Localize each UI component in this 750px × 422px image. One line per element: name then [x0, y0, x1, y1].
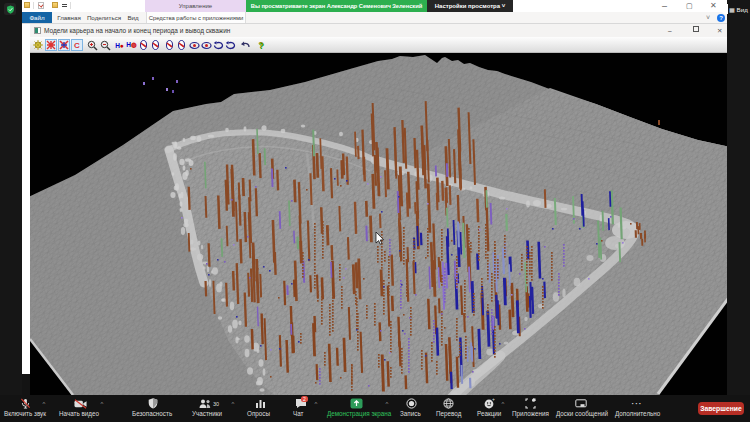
svg-text:+: + [492, 398, 495, 402]
